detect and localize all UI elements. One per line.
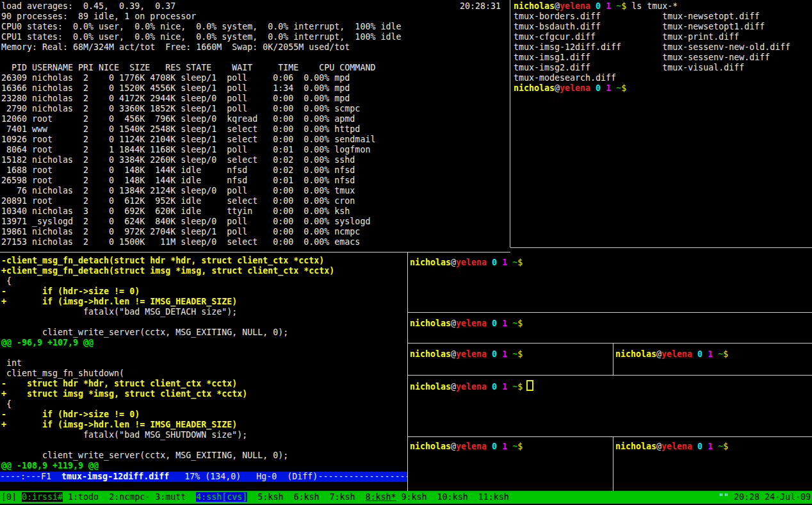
prompt-dollar: $: [621, 83, 626, 93]
status-window-1todo[interactable]: 1:todo: [68, 492, 99, 502]
prompt-host: yelena: [456, 258, 487, 267]
file-list-line: tmux-imsg1.diff tmux-sessenv-new.diff: [514, 53, 812, 63]
prompt-session-index: 0: [487, 258, 497, 267]
prompt-cwd: ~: [611, 1, 621, 11]
diff-line: + struct imsg *imsg, struct client_ctx *…: [1, 389, 409, 399]
prompt-cwd: ~: [507, 258, 517, 267]
status-separator: [186, 492, 196, 502]
prompt-host: yelena: [456, 349, 487, 359]
shell-prompt-line: nicholas@yelena 0 1 ~$: [410, 258, 812, 268]
top-clock: 20:28:31: [460, 1, 501, 12]
process-row: 2790 nicholas 2 0 3360K 1852K sleep/1 po…: [1, 104, 508, 114]
prompt-cwd: ~: [507, 382, 517, 392]
pane-border: [0, 252, 510, 252]
prompt-user: nicholas: [514, 1, 555, 11]
status-separator: [319, 492, 329, 502]
prompt-window-index: 1: [601, 1, 611, 11]
prompt-session-index: 0: [590, 1, 601, 11]
prompt-user: nicholas: [615, 349, 656, 359]
pane-border: [613, 344, 613, 375]
shell-prompt: nicholas@yelena 0 1 ~$: [615, 442, 728, 451]
process-row: 76 nicholas 2 0 1384K 2124K sleep/0 poll…: [1, 186, 508, 196]
prompt-host: yelena: [560, 1, 590, 11]
status-window-9ksh[interactable]: 9:ksh: [402, 492, 427, 502]
command-text: ls tmux-*: [626, 1, 678, 11]
status-window-7ksh[interactable]: 7:ksh: [329, 492, 355, 502]
prompt-at: @: [451, 382, 456, 392]
status-window-8ksh[interactable]: 8:ksh*: [366, 492, 396, 502]
pane-title: "": [719, 492, 729, 502]
status-window-3mutt[interactable]: 3:mutt: [155, 492, 186, 502]
top-summary: load averages: 0.45, 0.39, 0.3790 proces…: [1, 1, 508, 53]
prompt-user: nicholas: [514, 83, 555, 93]
prompt-dollar: $: [517, 349, 523, 359]
prompt-dollar: $: [517, 319, 523, 328]
shell-prompt: nicholas@yelena 0 1 ~$: [514, 1, 626, 11]
diff-line: {: [1, 276, 409, 286]
top-summary-line: load averages: 0.45, 0.39, 0.37: [1, 1, 508, 12]
process-row: 23280 nicholas 2 0 4172K 2944K sleep/0 p…: [1, 94, 508, 104]
status-right: "" 20:28 24-Jul-09: [719, 491, 811, 504]
top-summary-line: Memory: Real: 68M/324M act/tot Free: 166…: [1, 42, 508, 53]
prompt-at: @: [451, 442, 456, 451]
diff-line: @@ -96,9 +107,9 @@: [1, 338, 409, 348]
pane-border: [510, 0, 510, 247]
shell-prompt: nicholas@yelena 0 1 ~$: [410, 382, 523, 392]
status-clock: 20:28 24-Jul-09: [729, 492, 811, 502]
process-table-header: PID USERNAME PRI NICE SIZE RES STATE WAI…: [1, 63, 508, 73]
prompt-session-index: 0: [692, 442, 702, 451]
status-window-11ksh[interactable]: 11:ksh: [478, 492, 509, 502]
status-window-5ksh[interactable]: 5:ksh: [257, 492, 283, 502]
status-window-10ksh[interactable]: 10:ksh: [437, 492, 468, 502]
status-window-4sshcvs[interactable]: 4:ssh[cvs]: [196, 492, 247, 502]
diff-line: client_write_server(cctx, MSG_EXITING, N…: [1, 327, 409, 338]
pane-shell-ls[interactable]: nicholas@yelena 0 1 ~$ ls tmux-* tmux-bo…: [511, 0, 812, 247]
pane-emacs-diff[interactable]: -client_msg_fn_detach(struct hdr *hdr, s…: [0, 252, 409, 494]
diff-line: + if (imsg->hdr.len != IMSG_HEADER_SIZE): [1, 297, 409, 307]
prompt-window-index: 1: [497, 319, 507, 328]
pane-shell-1[interactable]: nicholas@yelena 0 1 ~$: [408, 252, 812, 317]
modeline-dashes: ------------------: [318, 472, 407, 481]
shell-prompt-line: nicholas@yelena 0 1 ~$: [615, 349, 812, 360]
status-window-6ksh[interactable]: 6:ksh: [293, 492, 319, 502]
prompt-window-index: 1: [702, 349, 713, 359]
prompt-host: yelena: [456, 442, 487, 451]
file-list-line: tmux-modesearch.diff: [514, 73, 812, 83]
shell-prompt-line: nicholas@yelena 0 1 ~$: [514, 83, 812, 94]
diff-line: {: [1, 399, 409, 410]
prompt-host: yelena: [456, 382, 487, 392]
prompt-window-index: 1: [601, 83, 611, 93]
prompt-dollar: $: [723, 442, 728, 451]
diff-line: client_msg_fn_shutdown(: [1, 368, 409, 379]
tmux-status-bar: [0] 0:irssi# 1:todo 2:ncmpc- 3:mutt 4:ss…: [0, 491, 812, 504]
prompt-session-index: 0: [590, 83, 601, 93]
diff-line: fatalx("bad MSG_SHUTDOWN size");: [1, 430, 409, 440]
prompt-at: @: [451, 258, 456, 267]
diff-line: - if (hdr->size != 0): [1, 410, 409, 420]
shell-prompt: nicholas@yelena 0 1 ~$: [514, 83, 626, 93]
prompt-user: nicholas: [410, 349, 451, 359]
shell-prompt: nicholas@yelena 0 1 ~$: [615, 349, 728, 359]
prompt-session-index: 0: [487, 442, 497, 451]
file-list-line: tmux-bsdauth.diff tmux-newsetopt1.diff: [514, 22, 812, 32]
pane-border: [613, 437, 613, 491]
prompt-dollar: $: [621, 1, 626, 11]
modeline-filename: tmux-imsg-12diff.diff: [61, 472, 169, 481]
pane-top-command[interactable]: load averages: 0.45, 0.39, 0.3790 proces…: [0, 0, 508, 252]
pane-shell-6[interactable]: nicholas@yelena 0 1 ~$: [613, 437, 812, 495]
blank-line: [1, 53, 508, 63]
emacs-modeline: ----:---F1 tmux-imsg-12diff.diff 17% (13…: [0, 472, 407, 482]
status-window-2ncmpc[interactable]: 2:ncmpc-: [109, 492, 150, 502]
modeline-info: 17% (134,0) Hg-0 (Diff): [169, 472, 318, 481]
pane-shell-5[interactable]: nicholas@yelena 0 1 ~$: [408, 437, 615, 495]
status-separator: [247, 492, 257, 502]
file-list-line: tmux-imsg-12diff.diff tmux-sessenv-new-o…: [514, 42, 812, 53]
status-window-0irssi[interactable]: 0:irssi#: [22, 492, 63, 502]
prompt-dollar: $: [517, 442, 523, 451]
window-list: 0:irssi# 1:todo 2:ncmpc- 3:mutt 4:ssh[cv…: [22, 492, 509, 502]
top-summary-line: 90 processes: 89 idle, 1 on processor: [1, 12, 508, 22]
modeline-prefix: ----:---F1: [0, 472, 61, 481]
prompt-cwd: ~: [611, 83, 621, 93]
prompt-host: yelena: [662, 349, 692, 359]
pane-shell-active[interactable]: nicholas@yelena 0 1 ~$: [408, 376, 812, 441]
